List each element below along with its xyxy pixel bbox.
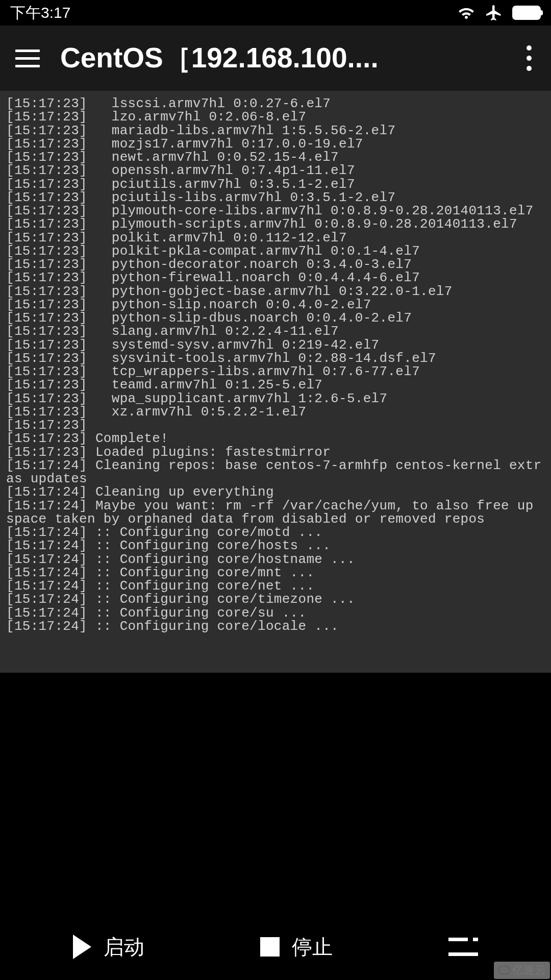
watermark-text: 亿速云 [512,963,546,978]
sliders-icon [448,934,478,960]
cloud-icon [498,966,510,975]
status-bar: 下午3:17 [0,0,551,26]
wifi-icon [457,4,475,22]
airplane-mode-icon [485,4,503,22]
more-options-icon[interactable] [522,41,536,75]
battery-icon [512,6,541,20]
play-icon [73,935,91,959]
bottom-toolbar: 启动 停止 [0,914,551,980]
start-button[interactable]: 启动 [73,933,144,961]
stop-button[interactable]: 停止 [260,933,333,961]
stop-label: 停止 [292,933,333,961]
watermark: 亿速云 [494,962,550,979]
terminal-output[interactable]: [15:17:23] lsscsi.armv7hl 0:0.27-6.el7 [… [0,91,551,673]
app-toolbar: CentOS［192.168.100.... [0,26,551,91]
settings-button[interactable] [448,934,478,960]
page-title: CentOS［192.168.100.... [60,39,502,77]
status-time: 下午3:17 [10,3,70,23]
stop-icon [260,937,280,957]
menu-icon[interactable] [15,46,40,70]
start-label: 启动 [104,933,144,961]
status-icons [457,4,541,22]
